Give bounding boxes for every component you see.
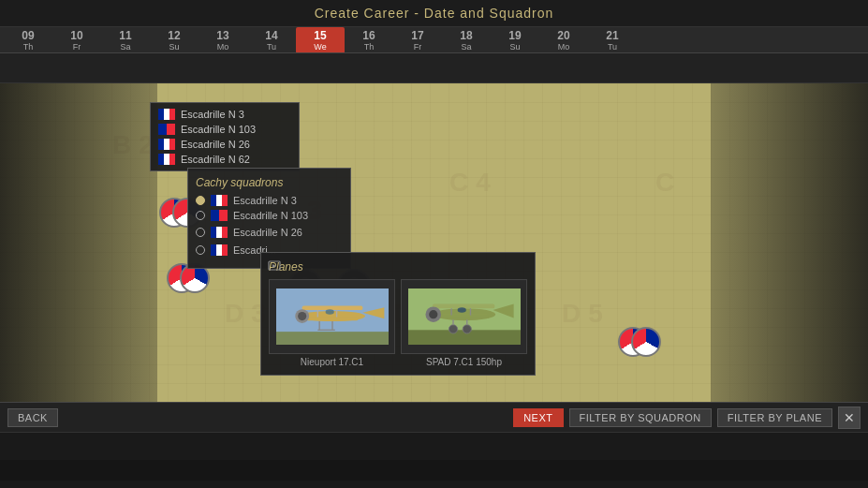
svg-rect-9 (276, 332, 389, 345)
cal-day-17[interactable]: 17Fr (393, 27, 442, 53)
cachy-radio-4[interactable] (196, 245, 205, 255)
roundel-group-3 (618, 325, 663, 359)
calendar-strip: 09Th10Fr11Sa12Su13Mo14Tu15We16Th17Fr18Sa… (0, 27, 868, 53)
plane-label-1: Nieuport 17.C1 (269, 354, 395, 367)
plane-image-1 (269, 279, 395, 354)
svg-rect-25 (432, 304, 493, 309)
cachy-flag-1 (211, 195, 228, 206)
cal-day-09[interactable]: 09Th (4, 27, 52, 53)
cal-day-15[interactable]: 15We (296, 27, 345, 53)
tooltip-label-2: Escadrille N 103 (181, 124, 256, 135)
roundel-3b (631, 327, 661, 357)
bottom-toolbar: BACK NEXT FILTER BY SQUADRON FILTER BY P… (0, 402, 868, 432)
tooltip-label-3: Escadrille N 26 (181, 139, 250, 150)
close-button[interactable]: ✕ (838, 407, 861, 429)
cal-day-11[interactable]: 11Sa (101, 27, 150, 53)
svg-point-29 (429, 310, 437, 318)
page-title: Create Career - Date and Squadron (315, 6, 554, 21)
svg-rect-12 (306, 317, 358, 320)
right-vignette (711, 83, 868, 402)
tooltip-label-4: Escadrille N 62 (181, 154, 250, 165)
flag-fr-3 (158, 139, 175, 150)
tooltip-item-3[interactable]: Escadrille N 26 (151, 137, 299, 152)
calendar-days: 09Th10Fr11Sa12Su13Mo14Tu15We16Th17Fr18Sa… (4, 27, 637, 53)
svg-point-36 (457, 307, 465, 313)
cal-day-13[interactable]: 13Mo (199, 27, 247, 53)
next-button[interactable]: NEXT (513, 408, 563, 427)
left-vignette (0, 83, 157, 402)
svg-marker-7 (272, 264, 276, 268)
cachy-radio-2[interactable] (196, 211, 205, 220)
main-area: B2 C3 C4 C D3 D4 D5 Escadrille N 3 Escad… (0, 83, 868, 402)
cachy-item-2[interactable]: Escadrille N 103 (196, 210, 343, 221)
back-button[interactable]: BACK (7, 408, 58, 427)
cachy-label-1: Escadrille N 3 (233, 195, 297, 206)
tooltip-item-4[interactable]: Escadrille N 62 (151, 152, 299, 167)
cachy-flag-3 (211, 227, 228, 238)
plane-label-2: SPAD 7.C1 150hp (401, 354, 527, 367)
flag-fr-1 (158, 109, 175, 120)
cal-day-10[interactable]: 10Fr (52, 27, 101, 53)
flag-fr2-2 (158, 124, 175, 135)
cachy-item-3[interactable]: Escadrille N 26 (196, 225, 343, 240)
svg-point-33 (463, 325, 471, 333)
cachy-radio-3[interactable] (196, 228, 205, 237)
flag-fr-4 (158, 154, 175, 165)
cal-day-16[interactable]: 16Th (345, 27, 393, 53)
region-c4: C4 (449, 168, 498, 198)
filter-plane-button[interactable]: FILTER BY PLANE (717, 408, 832, 427)
cal-day-21[interactable]: 21Tu (588, 27, 637, 53)
cal-day-12[interactable]: 12Su (150, 27, 199, 53)
plane-card-1[interactable]: Nieuport 17.C1 (269, 279, 395, 367)
cachy-item-1[interactable]: Escadrille N 3 (196, 195, 343, 206)
plane-image-2 (401, 279, 527, 354)
cachy-flag-4 (211, 244, 228, 256)
tooltip-label-1: Escadrille N 3 (181, 109, 244, 120)
sub-nav-bar (0, 460, 868, 481)
planes-panel: Planes (260, 252, 536, 376)
title-bar: Create Career - Date and Squadron (0, 0, 868, 27)
cal-day-19[interactable]: 19Su (491, 27, 539, 53)
cachy-flag-2 (211, 210, 228, 221)
cachy-radio-1[interactable] (196, 196, 205, 205)
nav-bar (0, 432, 868, 460)
nieuport-svg (276, 288, 389, 345)
svg-point-15 (298, 312, 306, 320)
tooltip-item-2[interactable]: Escadrille N 103 (151, 122, 299, 137)
region-d5: D5 (562, 299, 611, 329)
squadron-marker-3[interactable] (618, 325, 663, 359)
svg-point-21 (325, 309, 333, 315)
planes-grid: Nieuport 17.C1 (269, 279, 527, 367)
svg-point-32 (449, 325, 457, 333)
region-cx: C (655, 168, 682, 198)
plane-card-2[interactable]: SPAD 7.C1 150hp (401, 279, 527, 367)
planes-expand-icon[interactable] (267, 259, 282, 274)
tooltip-item-1[interactable]: Escadrille N 3 (151, 107, 299, 122)
svg-rect-11 (302, 305, 362, 310)
planes-panel-title: Planes (269, 260, 527, 274)
cal-day-20[interactable]: 20Mo (539, 27, 588, 53)
cal-day-14[interactable]: 14Tu (247, 27, 296, 53)
squadron-tooltip: Escadrille N 3 Escadrille N 103 Escadril… (150, 102, 300, 171)
svg-rect-26 (441, 315, 489, 318)
spad-svg (408, 288, 521, 345)
filter-squadron-button[interactable]: FILTER BY SQUADRON (569, 408, 712, 427)
cal-day-18[interactable]: 18Sa (442, 27, 491, 53)
close-icon: ✕ (844, 410, 855, 425)
cachy-label-2: Escadrille N 103 (233, 210, 308, 221)
cachy-panel-title: Cachy squadrons (196, 176, 343, 189)
timeline-strip (0, 53, 868, 83)
cachy-label-3: Escadrille N 26 (233, 227, 302, 238)
